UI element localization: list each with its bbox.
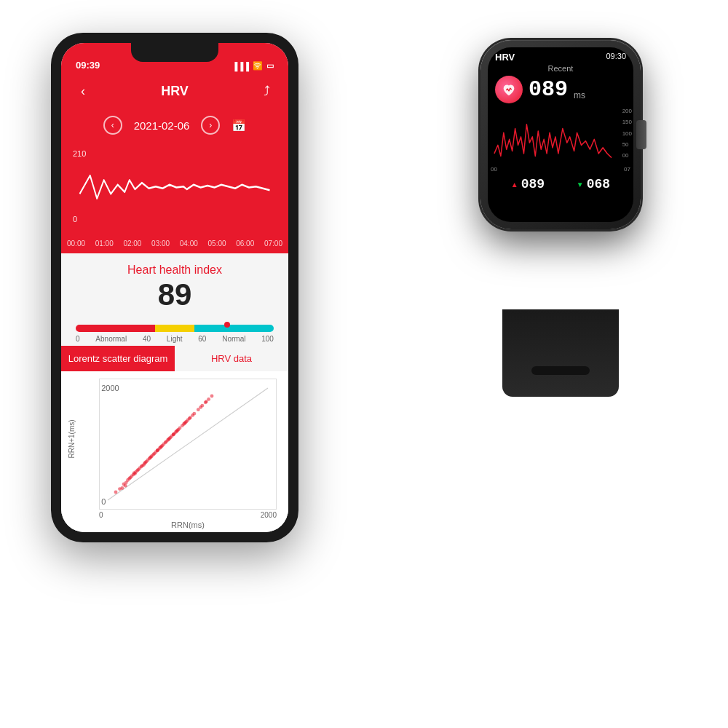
bar-label-60: 60 <box>198 335 206 343</box>
watch-stat-max: ▲ 089 <box>511 177 545 191</box>
health-bar <box>76 325 274 332</box>
date-display: 2021-02-06 <box>134 119 190 132</box>
back-button[interactable]: ‹ <box>73 81 93 101</box>
svg-point-64 <box>207 397 210 401</box>
svg-point-62 <box>191 414 194 417</box>
watch-max-value: 089 <box>521 177 545 191</box>
tab-lorentz[interactable]: Lorentz scatter diagram <box>61 346 175 371</box>
svg-point-70 <box>188 417 191 421</box>
svg-point-71 <box>204 401 207 405</box>
watch-time: 09:30 <box>606 52 626 63</box>
svg-point-56 <box>143 462 146 465</box>
watch-heart-icon <box>495 76 523 103</box>
svg-point-67 <box>140 465 143 469</box>
watch-chart-svg <box>491 108 613 166</box>
scatter-x-axis-labels: 0 2000 <box>99 511 277 519</box>
watch-x-label-start: 00 <box>491 166 497 173</box>
svg-point-52 <box>114 491 118 494</box>
scene: 09:39 ▐▐▐ 🛜 ▭ ‹ HRV ⤴ ‹ <box>36 18 692 710</box>
svg-point-55 <box>133 472 137 475</box>
hrv-chart-svg <box>73 148 277 231</box>
watch-screen[interactable]: HRV 09:30 Recent 089 ms <box>488 47 633 222</box>
page-title: HRV <box>161 84 189 99</box>
scatter-x-title: RRN(ms) <box>99 521 277 529</box>
svg-point-57 <box>149 455 153 459</box>
chart-x-label-5: 05:00 <box>208 240 226 248</box>
watch-chart-area: 200 150 100 50 00 <box>488 108 633 166</box>
svg-text:0: 0 <box>101 497 106 506</box>
phone-screen: 09:39 ▐▐▐ 🛜 ▭ ‹ HRV ⤴ ‹ <box>61 43 288 532</box>
phone: 09:39 ▐▐▐ 🛜 ▭ ‹ HRV ⤴ ‹ <box>51 33 298 542</box>
chart-x-label-6: 06:00 <box>236 240 254 248</box>
chart-y-00: 00 <box>622 152 632 159</box>
watch-band-bottom <box>502 309 619 397</box>
bar-label-40: 40 <box>143 335 151 343</box>
svg-point-66 <box>124 484 127 488</box>
watch-stat-min: ▼ 068 <box>577 177 610 191</box>
prev-date-button[interactable]: ‹ <box>103 116 122 135</box>
svg-text:2000: 2000 <box>101 384 119 393</box>
chart-y-50: 50 <box>622 141 632 148</box>
svg-point-59 <box>167 438 170 441</box>
watch-chart-y-labels: 200 150 100 50 00 <box>622 108 632 159</box>
arrow-down-icon: ▼ <box>577 181 584 189</box>
chart-x-labels: 00:00 01:00 02:00 03:00 04:00 05:00 06:0… <box>61 240 288 253</box>
phone-time: 09:39 <box>76 60 100 71</box>
watch-recent-label: Recent <box>488 64 633 73</box>
svg-point-31 <box>124 481 128 485</box>
scatter-x-max: 2000 <box>261 511 277 519</box>
bar-label-light: Light <box>167 335 183 343</box>
health-bar-normal <box>194 325 274 332</box>
watch-hrv-unit: ms <box>574 90 585 100</box>
chart-y-min: 0 <box>73 215 77 223</box>
svg-line-0 <box>108 388 268 500</box>
chart-x-label-7: 07:00 <box>264 240 282 248</box>
next-date-button[interactable]: › <box>201 116 220 135</box>
tab-hrv-data[interactable]: HRV data <box>175 346 288 371</box>
phone-status-icons: ▐▐▐ 🛜 ▭ <box>232 61 274 71</box>
arrow-up-icon: ▲ <box>511 181 518 189</box>
health-bar-container: 0 Abnormal 40 Light 60 Normal 100 <box>61 319 288 346</box>
health-index-value: 89 <box>76 278 274 312</box>
svg-point-54 <box>128 476 132 480</box>
watch-hrv-label: HRV <box>495 52 515 63</box>
scatter-svg: 20000 <box>100 379 276 509</box>
share-button[interactable]: ⤴ <box>256 81 277 101</box>
watch-bottom-stats: ▲ 089 ▼ 068 <box>488 173 633 196</box>
hrv-chart: 210 0 <box>61 145 288 240</box>
bar-label-0: 0 <box>76 335 80 343</box>
watch-body: HRV 09:30 Recent 089 ms <box>480 40 641 229</box>
scatter-section: RRN+1(ms) 20000 0 2000 RRN(ms) <box>61 371 288 532</box>
chart-x-label-0: 00:00 <box>67 240 85 248</box>
watch-hrv-row: 089 ms <box>488 76 633 103</box>
health-bar-light <box>155 325 194 332</box>
scatter-x-min: 0 <box>99 511 103 519</box>
chart-x-label-2: 02:00 <box>123 240 141 248</box>
scatter-plot: 20000 <box>99 379 277 510</box>
chart-x-label-4: 04:00 <box>180 240 198 248</box>
signal-icon: ▐▐▐ <box>232 62 249 71</box>
svg-point-68 <box>156 449 159 453</box>
health-index-section: Heart health index 89 <box>61 253 288 319</box>
svg-point-65 <box>210 395 214 398</box>
calendar-icon[interactable]: 📅 <box>232 119 246 132</box>
svg-point-63 <box>199 405 202 409</box>
chart-y-150: 150 <box>622 119 632 125</box>
watch-crown <box>636 120 646 149</box>
watch-band-bottom-notch <box>531 366 590 375</box>
watch-status-bar: HRV 09:30 <box>488 47 633 64</box>
tabs-row: Lorentz scatter diagram HRV data <box>61 346 288 371</box>
battery-icon: ▭ <box>266 61 274 71</box>
health-index-label: Heart health index <box>76 264 274 277</box>
bar-label-abnormal: Abnormal <box>95 335 127 343</box>
health-bar-labels: 0 Abnormal 40 Light 60 Normal 100 <box>76 335 274 343</box>
phone-notch <box>131 43 218 62</box>
watch-min-value: 068 <box>587 177 610 191</box>
bar-label-100: 100 <box>261 335 274 343</box>
chart-x-label-1: 01:00 <box>95 240 114 248</box>
svg-point-34 <box>135 469 139 472</box>
svg-point-61 <box>183 422 186 425</box>
svg-point-60 <box>175 430 178 433</box>
scatter-y-label: RRN+1(ms) <box>68 419 76 458</box>
chart-y-max: 210 <box>73 149 86 158</box>
